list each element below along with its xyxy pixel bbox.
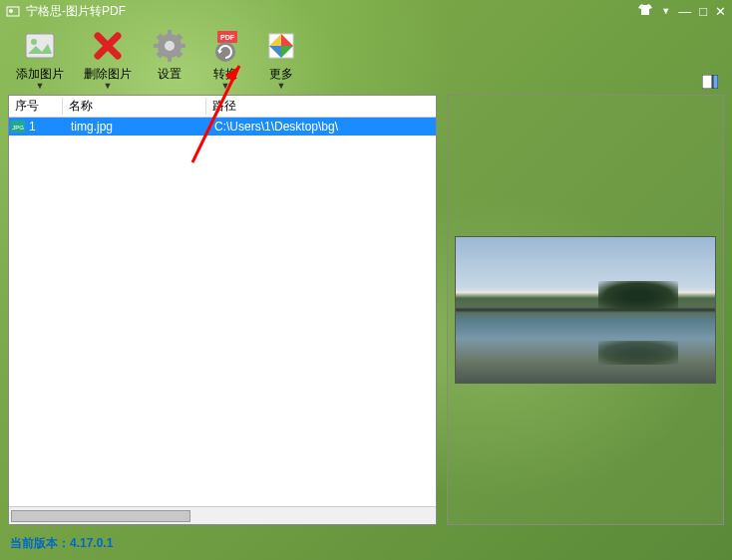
cell-number: 1 [27,120,65,134]
titlebar: 宁格思-图片转PDF ▼ — □ ✕ [0,0,732,22]
svg-rect-8 [154,44,160,48]
dropdown-arrow-icon: ▼ [221,81,230,91]
dropdown-icon[interactable]: ▼ [661,6,670,16]
list-row[interactable]: JPG 1 timg.jpg C:\Users\1\Desktop\bg\ [9,118,436,136]
status-bar: 当前版本：4.17.0.1 [0,533,732,554]
svg-point-3 [31,39,37,45]
settings-button[interactable]: 设置 [152,28,187,91]
dropdown-arrow-icon: ▼ [104,81,113,91]
dropdown-arrow-icon: ▼ [277,81,286,91]
svg-rect-19 [713,75,718,89]
jpg-file-icon: JPG [11,121,25,133]
window-controls: ▼ — □ ✕ [637,3,726,20]
cell-name: timg.jpg [65,120,208,134]
minimize-button[interactable]: — [678,4,691,19]
version-text: 当前版本：4.17.0.1 [10,536,113,550]
delete-icon [90,28,126,64]
content-area: 序号 名称 路径 JPG 1 timg.jpg C:\Users\1\Deskt… [0,95,732,533]
convert-pdf-icon: PDF [207,28,243,64]
svg-text:PDF: PDF [220,34,235,41]
svg-rect-7 [168,56,172,62]
svg-rect-0 [7,7,19,16]
close-button[interactable]: ✕ [715,4,726,19]
more-button[interactable]: 更多 ▼ [263,28,299,91]
dropdown-arrow-icon: ▼ [36,81,45,91]
svg-point-1 [9,9,13,13]
svg-rect-9 [180,44,185,48]
panel-toggle-button[interactable] [702,75,718,89]
convert-button[interactable]: PDF 转换 ▼ [207,28,243,91]
file-list-panel: 序号 名称 路径 JPG 1 timg.jpg C:\Users\1\Deskt… [8,95,437,525]
add-image-icon [22,28,58,64]
list-body[interactable]: JPG 1 timg.jpg C:\Users\1\Desktop\bg\ [9,118,436,506]
svg-rect-2 [26,34,54,58]
tshirt-icon[interactable] [637,3,653,20]
maximize-button[interactable]: □ [699,4,707,19]
column-header-name[interactable]: 名称 [63,98,206,115]
cell-path: C:\Users\1\Desktop\bg\ [208,120,436,134]
horizontal-scrollbar[interactable] [9,506,436,524]
app-title: 宁格思-图片转PDF [26,3,126,20]
preview-image [455,236,716,384]
add-image-button[interactable]: 添加图片 ▼ [16,28,64,91]
svg-rect-6 [168,30,172,36]
svg-point-5 [165,41,175,51]
scrollbar-thumb[interactable] [11,510,190,522]
preview-panel [447,95,724,525]
svg-rect-18 [702,75,712,89]
settings-label: 设置 [158,66,182,83]
toolbar: 添加图片 ▼ 删除图片 ▼ 设置 PDF 转换 ▼ 更多 ▼ [0,22,732,95]
column-header-path[interactable]: 路径 [206,98,436,115]
app-icon [6,4,20,18]
svg-text:JPG: JPG [12,125,24,131]
more-icon [263,28,299,64]
delete-image-button[interactable]: 删除图片 ▼ [84,28,132,91]
list-header: 序号 名称 路径 [9,96,436,118]
gear-icon [152,28,187,64]
column-header-number[interactable]: 序号 [9,98,63,115]
